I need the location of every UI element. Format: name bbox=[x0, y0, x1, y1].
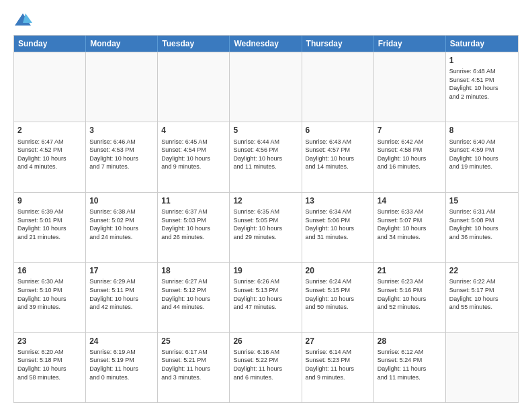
weekday-header: Friday bbox=[374, 36, 446, 52]
page: SundayMondayTuesdayWednesdayThursdayFrid… bbox=[0, 0, 532, 411]
calendar-cell: 14Sunrise: 6:33 AM Sunset: 5:07 PM Dayli… bbox=[374, 193, 446, 262]
calendar-cell: 11Sunrise: 6:37 AM Sunset: 5:03 PM Dayli… bbox=[158, 193, 230, 262]
calendar-cell bbox=[158, 52, 230, 122]
cell-info: Sunrise: 6:47 AM Sunset: 4:52 PM Dayligh… bbox=[17, 138, 82, 171]
cell-info: Sunrise: 6:16 AM Sunset: 5:22 PM Dayligh… bbox=[233, 348, 298, 381]
cell-info: Sunrise: 6:31 AM Sunset: 5:08 PM Dayligh… bbox=[449, 208, 515, 241]
calendar-cell bbox=[374, 52, 446, 122]
calendar-row: 16Sunrise: 6:30 AM Sunset: 5:10 PM Dayli… bbox=[14, 262, 518, 332]
cell-info: Sunrise: 6:14 AM Sunset: 5:23 PM Dayligh… bbox=[306, 348, 370, 381]
calendar-cell: 9Sunrise: 6:39 AM Sunset: 5:01 PM Daylig… bbox=[14, 193, 86, 262]
calendar-cell: 15Sunrise: 6:31 AM Sunset: 5:08 PM Dayli… bbox=[446, 193, 518, 262]
cell-day-number: 9 bbox=[17, 195, 82, 206]
cell-info: Sunrise: 6:43 AM Sunset: 4:57 PM Dayligh… bbox=[306, 138, 370, 171]
cell-day-number: 21 bbox=[378, 265, 442, 276]
weekday-header: Wednesday bbox=[230, 36, 302, 52]
calendar-cell: 22Sunrise: 6:22 AM Sunset: 5:17 PM Dayli… bbox=[446, 263, 518, 332]
header bbox=[13, 11, 519, 30]
calendar-cell: 2Sunrise: 6:47 AM Sunset: 4:52 PM Daylig… bbox=[14, 122, 86, 191]
calendar-cell: 12Sunrise: 6:35 AM Sunset: 5:05 PM Dayli… bbox=[230, 193, 302, 262]
calendar-cell bbox=[14, 52, 86, 122]
cell-info: Sunrise: 6:35 AM Sunset: 5:05 PM Dayligh… bbox=[233, 208, 298, 241]
cell-day-number: 17 bbox=[89, 265, 154, 276]
weekday-header: Thursday bbox=[302, 36, 374, 52]
calendar-cell: 26Sunrise: 6:16 AM Sunset: 5:22 PM Dayli… bbox=[230, 333, 302, 402]
calendar-cell: 25Sunrise: 6:17 AM Sunset: 5:21 PM Dayli… bbox=[158, 333, 230, 402]
cell-day-number: 20 bbox=[306, 265, 370, 276]
cell-day-number: 22 bbox=[449, 265, 515, 276]
cell-day-number: 8 bbox=[449, 125, 515, 136]
cell-info: Sunrise: 6:23 AM Sunset: 5:16 PM Dayligh… bbox=[378, 277, 442, 311]
calendar-row: 23Sunrise: 6:20 AM Sunset: 5:18 PM Dayli… bbox=[14, 332, 518, 402]
calendar-cell: 24Sunrise: 6:19 AM Sunset: 5:19 PM Dayli… bbox=[86, 333, 158, 402]
cell-day-number: 24 bbox=[89, 336, 154, 347]
cell-day-number: 10 bbox=[89, 195, 154, 206]
calendar-row: 1Sunrise: 6:48 AM Sunset: 4:51 PM Daylig… bbox=[14, 52, 518, 122]
cell-day-number: 2 bbox=[17, 125, 82, 136]
cell-day-number: 7 bbox=[378, 125, 442, 136]
cell-info: Sunrise: 6:37 AM Sunset: 5:03 PM Dayligh… bbox=[161, 208, 226, 241]
calendar-row: 2Sunrise: 6:47 AM Sunset: 4:52 PM Daylig… bbox=[14, 122, 518, 191]
weekday-header: Tuesday bbox=[158, 36, 230, 52]
cell-day-number: 5 bbox=[233, 125, 298, 136]
cell-day-number: 28 bbox=[378, 336, 442, 347]
cell-info: Sunrise: 6:46 AM Sunset: 4:53 PM Dayligh… bbox=[89, 138, 154, 171]
calendar-cell: 28Sunrise: 6:12 AM Sunset: 5:24 PM Dayli… bbox=[374, 333, 446, 402]
cell-day-number: 16 bbox=[17, 265, 82, 276]
calendar-cell: 1Sunrise: 6:48 AM Sunset: 4:51 PM Daylig… bbox=[446, 52, 518, 122]
cell-info: Sunrise: 6:42 AM Sunset: 4:58 PM Dayligh… bbox=[378, 138, 442, 171]
cell-day-number: 19 bbox=[233, 265, 298, 276]
calendar-cell bbox=[302, 52, 374, 122]
calendar-row: 9Sunrise: 6:39 AM Sunset: 5:01 PM Daylig… bbox=[14, 192, 518, 262]
cell-info: Sunrise: 6:19 AM Sunset: 5:19 PM Dayligh… bbox=[89, 348, 154, 381]
svg-marker-1 bbox=[23, 13, 32, 23]
calendar-cell: 13Sunrise: 6:34 AM Sunset: 5:06 PM Dayli… bbox=[302, 193, 374, 262]
cell-day-number: 18 bbox=[161, 265, 226, 276]
calendar-cell bbox=[86, 52, 158, 122]
calendar-cell bbox=[230, 52, 302, 122]
cell-info: Sunrise: 6:30 AM Sunset: 5:10 PM Dayligh… bbox=[17, 277, 82, 311]
calendar-cell: 16Sunrise: 6:30 AM Sunset: 5:10 PM Dayli… bbox=[14, 263, 86, 332]
calendar-cell: 6Sunrise: 6:43 AM Sunset: 4:57 PM Daylig… bbox=[302, 122, 374, 191]
cell-info: Sunrise: 6:22 AM Sunset: 5:17 PM Dayligh… bbox=[449, 277, 515, 311]
cell-info: Sunrise: 6:20 AM Sunset: 5:18 PM Dayligh… bbox=[17, 348, 82, 381]
cell-info: Sunrise: 6:33 AM Sunset: 5:07 PM Dayligh… bbox=[378, 208, 442, 241]
cell-day-number: 11 bbox=[161, 195, 226, 206]
cell-info: Sunrise: 6:12 AM Sunset: 5:24 PM Dayligh… bbox=[378, 348, 442, 381]
calendar-cell bbox=[446, 333, 518, 402]
calendar-cell: 18Sunrise: 6:27 AM Sunset: 5:12 PM Dayli… bbox=[158, 263, 230, 332]
cell-day-number: 26 bbox=[233, 336, 298, 347]
calendar-cell: 8Sunrise: 6:40 AM Sunset: 4:59 PM Daylig… bbox=[446, 122, 518, 191]
weekday-header: Sunday bbox=[14, 36, 86, 52]
calendar-cell: 3Sunrise: 6:46 AM Sunset: 4:53 PM Daylig… bbox=[86, 122, 158, 191]
cell-info: Sunrise: 6:17 AM Sunset: 5:21 PM Dayligh… bbox=[161, 348, 226, 381]
calendar-cell: 4Sunrise: 6:45 AM Sunset: 4:54 PM Daylig… bbox=[158, 122, 230, 191]
cell-day-number: 25 bbox=[161, 336, 226, 347]
calendar-cell: 19Sunrise: 6:26 AM Sunset: 5:13 PM Dayli… bbox=[230, 263, 302, 332]
calendar-body: 1Sunrise: 6:48 AM Sunset: 4:51 PM Daylig… bbox=[14, 52, 518, 402]
cell-info: Sunrise: 6:27 AM Sunset: 5:12 PM Dayligh… bbox=[161, 277, 226, 311]
cell-day-number: 13 bbox=[306, 195, 370, 206]
calendar: SundayMondayTuesdayWednesdayThursdayFrid… bbox=[13, 35, 519, 403]
cell-day-number: 23 bbox=[17, 336, 82, 347]
cell-day-number: 4 bbox=[161, 125, 226, 136]
calendar-cell: 27Sunrise: 6:14 AM Sunset: 5:23 PM Dayli… bbox=[302, 333, 374, 402]
calendar-header: SundayMondayTuesdayWednesdayThursdayFrid… bbox=[14, 36, 518, 52]
logo-icon bbox=[13, 11, 32, 30]
cell-day-number: 27 bbox=[306, 336, 370, 347]
cell-info: Sunrise: 6:38 AM Sunset: 5:02 PM Dayligh… bbox=[89, 208, 154, 241]
cell-day-number: 6 bbox=[306, 125, 370, 136]
calendar-cell: 7Sunrise: 6:42 AM Sunset: 4:58 PM Daylig… bbox=[374, 122, 446, 191]
calendar-cell: 17Sunrise: 6:29 AM Sunset: 5:11 PM Dayli… bbox=[86, 263, 158, 332]
cell-info: Sunrise: 6:45 AM Sunset: 4:54 PM Dayligh… bbox=[161, 138, 226, 171]
cell-info: Sunrise: 6:48 AM Sunset: 4:51 PM Dayligh… bbox=[449, 67, 515, 101]
cell-info: Sunrise: 6:29 AM Sunset: 5:11 PM Dayligh… bbox=[89, 277, 154, 311]
cell-info: Sunrise: 6:34 AM Sunset: 5:06 PM Dayligh… bbox=[306, 208, 370, 241]
calendar-cell: 20Sunrise: 6:24 AM Sunset: 5:15 PM Dayli… bbox=[302, 263, 374, 332]
calendar-cell: 5Sunrise: 6:44 AM Sunset: 4:56 PM Daylig… bbox=[230, 122, 302, 191]
cell-info: Sunrise: 6:39 AM Sunset: 5:01 PM Dayligh… bbox=[17, 208, 82, 241]
logo bbox=[13, 11, 35, 30]
cell-info: Sunrise: 6:26 AM Sunset: 5:13 PM Dayligh… bbox=[233, 277, 298, 311]
cell-info: Sunrise: 6:44 AM Sunset: 4:56 PM Dayligh… bbox=[233, 138, 298, 171]
cell-info: Sunrise: 6:40 AM Sunset: 4:59 PM Dayligh… bbox=[449, 138, 515, 171]
